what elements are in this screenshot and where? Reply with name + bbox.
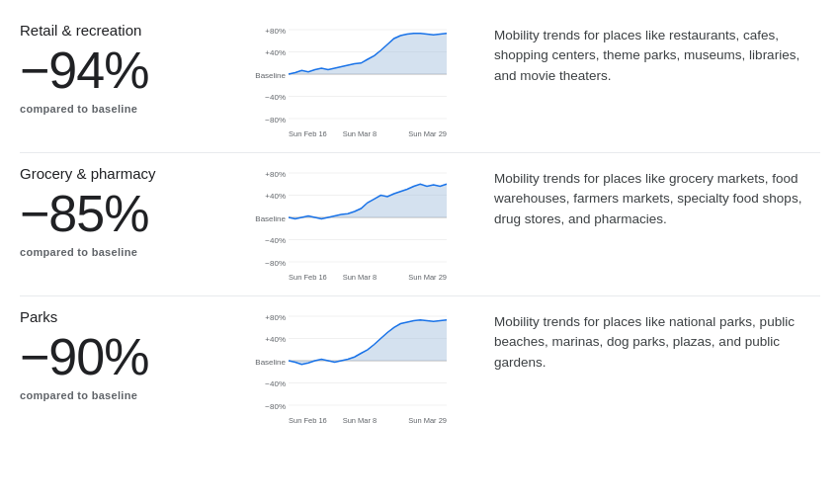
- left-panel-grocery: Grocery & pharmacy −85% compared to base…: [20, 165, 227, 258]
- description-grocery: Mobility trends for places like grocery …: [474, 165, 820, 229]
- svg-text:Sun Feb 16: Sun Feb 16: [289, 416, 327, 425]
- svg-text:−80%: −80%: [265, 402, 286, 411]
- svg-text:−40%: −40%: [265, 379, 286, 388]
- svg-text:Sun Mar 8: Sun Mar 8: [343, 129, 378, 138]
- compared-baseline-parks: compared to baseline: [20, 389, 217, 401]
- svg-text:+80%: +80%: [265, 27, 286, 36]
- left-panel-retail: Retail & recreation −94% compared to bas…: [20, 22, 227, 115]
- svg-text:+40%: +40%: [265, 192, 286, 201]
- section-parks: Parks −90% compared to baseline +80%+40%…: [20, 296, 820, 439]
- svg-text:+80%: +80%: [265, 313, 286, 322]
- compared-baseline-grocery: compared to baseline: [20, 246, 217, 258]
- big-percent-parks: −90%: [20, 329, 217, 385]
- section-grocery: Grocery & pharmacy −85% compared to base…: [20, 153, 820, 296]
- svg-text:Baseline: Baseline: [255, 214, 286, 223]
- category-title-grocery: Grocery & pharmacy: [20, 165, 217, 182]
- big-percent-grocery: −85%: [20, 186, 217, 242]
- chart-svg: +80%+40%Baseline−40%−80%Sun Feb 16Sun Ma…: [237, 165, 455, 284]
- svg-text:−80%: −80%: [265, 116, 286, 125]
- svg-text:−40%: −40%: [265, 93, 286, 102]
- category-title-parks: Parks: [20, 308, 217, 325]
- section-retail: Retail & recreation −94% compared to bas…: [20, 10, 820, 153]
- svg-text:Sun Mar 29: Sun Mar 29: [408, 416, 447, 425]
- svg-text:Sun Feb 16: Sun Feb 16: [289, 129, 327, 138]
- svg-text:+40%: +40%: [265, 335, 286, 344]
- category-title-retail: Retail & recreation: [20, 22, 217, 39]
- description-parks: Mobility trends for places like national…: [474, 308, 820, 373]
- svg-text:−40%: −40%: [265, 236, 286, 245]
- svg-text:−80%: −80%: [265, 259, 286, 268]
- svg-text:Sun Feb 16: Sun Feb 16: [289, 273, 327, 282]
- chart-svg: +80%+40%Baseline−40%−80%Sun Feb 16Sun Ma…: [237, 308, 455, 427]
- svg-text:Sun Mar 29: Sun Mar 29: [408, 129, 447, 138]
- svg-text:Sun Mar 29: Sun Mar 29: [408, 273, 447, 282]
- main-container: Retail & recreation −94% compared to bas…: [0, 0, 840, 449]
- chart-svg: +80%+40%Baseline−40%−80%Sun Feb 16Sun Ma…: [237, 22, 455, 140]
- svg-text:+80%: +80%: [265, 170, 286, 179]
- compared-baseline-retail: compared to baseline: [20, 103, 217, 115]
- description-retail: Mobility trends for places like restaura…: [474, 22, 820, 86]
- chart-panel-retail: +80%+40%Baseline−40%−80%Sun Feb 16Sun Ma…: [227, 22, 474, 140]
- big-percent-retail: −94%: [20, 42, 217, 99]
- svg-text:Baseline: Baseline: [255, 358, 286, 367]
- svg-text:Sun Mar 8: Sun Mar 8: [343, 273, 378, 282]
- svg-text:+40%: +40%: [265, 48, 286, 57]
- svg-text:Sun Mar 8: Sun Mar 8: [343, 416, 378, 425]
- left-panel-parks: Parks −90% compared to baseline: [20, 308, 227, 401]
- chart-panel-grocery: +80%+40%Baseline−40%−80%Sun Feb 16Sun Ma…: [227, 165, 474, 284]
- chart-panel-parks: +80%+40%Baseline−40%−80%Sun Feb 16Sun Ma…: [227, 308, 474, 427]
- svg-text:Baseline: Baseline: [255, 71, 286, 80]
